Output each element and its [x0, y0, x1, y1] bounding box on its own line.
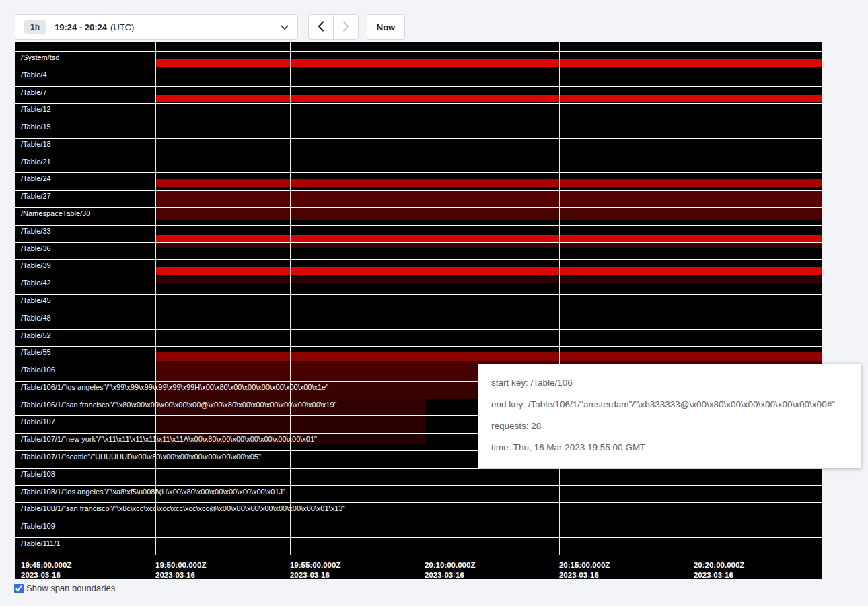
range-start-key-label: /Table/107/1/"new york"/"\x11\x11\x11\x1… [21, 435, 317, 443]
heat-band [155, 95, 822, 102]
heatmap-row[interactable]: /Table/45 [15, 294, 822, 312]
heatmap-row[interactable]: /Table/42 [15, 277, 822, 294]
heatmap-rows: /System/tsd/Table/4/Table/7/Table/12/Tab… [15, 51, 822, 556]
heat-band [155, 59, 822, 66]
range-start-key-label: /Table/48 [21, 314, 51, 322]
range-start-key-label: /Table/108/1/"san francisco"/"\x8c\xcc\x… [21, 504, 345, 512]
heat-band [155, 416, 427, 433]
bucket-tooltip: start key: /Table/106end key: /Table/106… [478, 364, 861, 468]
range-start-key-label: /Table/24 [21, 174, 51, 182]
heat-band [155, 191, 822, 207]
heatmap-row[interactable]: /Table/27 [15, 190, 822, 207]
time-axis-tick: 19:50:00.000Z2023-03-16 [155, 560, 206, 580]
range-start-key-label: /Table/45 [21, 296, 51, 304]
range-start-key-label: /Table/106/1/"los angeles"/"\x99\x99\x99… [21, 383, 328, 391]
time-axis-tick: 20:10:00.000Z2023-03-16 [425, 560, 475, 580]
heatmap-row[interactable]: /Table/52 [15, 329, 822, 347]
time-axis-tick: 20:20:00.000Z2023-03-16 [694, 560, 744, 580]
heat-band [155, 208, 822, 220]
range-start-key-label: /System/tsd [21, 53, 59, 61]
range-start-key-label: /Table/21 [21, 158, 51, 166]
heatmap-row[interactable]: /Table/109 [15, 520, 822, 537]
range-start-key-label: /Table/4 [21, 71, 47, 79]
range-start-key-label: /Table/52 [21, 331, 51, 339]
heatmap-row[interactable]: /Table/4 [15, 69, 822, 86]
heatmap-row[interactable]: /Table/39 [15, 259, 822, 277]
range-start-key-label: /Table/27 [21, 192, 51, 200]
heatmap-row[interactable]: /Table/15 [15, 121, 822, 138]
range-start-key-label: /Table/108/1/"los angeles"/"\xa8\xf5\u00… [21, 487, 285, 496]
time-nav-group [308, 14, 359, 40]
heat-band [155, 267, 822, 274]
time-range-text: 19:24 - 20:24 [55, 22, 107, 32]
heatmap-row[interactable]: /Table/108 [15, 468, 822, 485]
range-start-key-label: /Table/107/1/"seattle"/"UUUUUUD\x00\x80\… [21, 452, 261, 461]
time-range-selector[interactable]: 1h 19:24 - 20:24 (UTC) [15, 14, 298, 40]
time-gridline [155, 42, 156, 555]
now-button[interactable]: Now [367, 14, 405, 40]
heat-band [155, 352, 822, 360]
time-gridline [559, 42, 560, 555]
range-start-key-label: /Table/7 [21, 88, 47, 96]
heatmap-row[interactable]: /Table/24 [15, 172, 822, 190]
range-start-key-label: /NamespaceTable/30 [21, 209, 90, 217]
range-start-key-label: /Table/18 [21, 140, 51, 148]
tooltip-line: start key: /Table/106 [491, 378, 848, 388]
next-interval-button[interactable] [333, 14, 359, 40]
chevron-right-icon [342, 21, 349, 34]
range-start-key-label: /Table/36 [21, 244, 51, 252]
time-axis: 19:45:00.000Z2023-03-1619:50:00.000Z2023… [15, 560, 822, 582]
range-start-key-label: /Table/108 [21, 470, 55, 478]
range-start-key-label: /Table/33 [21, 227, 51, 235]
heatmap-row[interactable]: /Table/7 [15, 86, 822, 104]
heatmap-row[interactable]: /Table/111/1 [15, 537, 822, 555]
show-span-boundaries-label: Show span boundaries [26, 583, 115, 593]
chevron-left-icon [318, 21, 324, 34]
heat-band [155, 277, 822, 282]
time-gridline [425, 42, 425, 555]
time-axis-tick: 19:55:00.000Z2023-03-16 [290, 560, 340, 580]
heatmap-row[interactable]: /Table/108/1/"los angeles"/"\xa8\xf5\u00… [15, 485, 822, 503]
heatmap-row[interactable]: /Table/12 [15, 103, 822, 121]
heat-band [155, 235, 822, 242]
range-start-key-label: /Table/15 [21, 123, 51, 131]
range-start-key-label: /Table/109 [21, 522, 55, 530]
heatmap-row[interactable]: /Table/48 [15, 312, 822, 329]
previous-interval-button[interactable] [308, 14, 334, 40]
range-start-key-label: /Table/12 [21, 105, 51, 113]
range-start-key-label: /Table/107 [21, 417, 55, 426]
key-visualizer-heatmap[interactable]: /System/tsd/Table/4/Table/7/Table/12/Tab… [15, 42, 822, 579]
heatmap-row[interactable]: /Table/21 [15, 156, 822, 173]
range-start-key-label: /Table/55 [21, 348, 51, 356]
time-axis-tick: 19:45:00.000Z2023-03-16 [21, 560, 71, 580]
time-range-badge: 1h [24, 20, 46, 34]
show-span-boundaries-checkbox[interactable] [14, 584, 24, 593]
heatmap-row[interactable]: /Table/36 [15, 242, 822, 260]
heatmap-row[interactable]: /Table/18 [15, 138, 822, 156]
tooltip-line: end key: /Table/106/1/"amsterdam"/"\xb33… [491, 399, 848, 409]
heatmap-row[interactable]: /Table/33 [15, 225, 822, 242]
heatmap-row[interactable]: /NamespaceTable/30 [15, 207, 822, 225]
time-gridline [694, 42, 694, 555]
range-start-key-label: /Table/39 [21, 261, 51, 269]
tooltip-line: time: Thu, 16 Mar 2023 19:55:00 GMT [491, 442, 848, 452]
time-range-timezone: (UTC) [110, 22, 134, 32]
range-start-key-label: /Table/106 [21, 366, 55, 374]
tooltip-line: requests: 28 [491, 421, 848, 431]
heatmap-row[interactable]: /Table/55 [15, 346, 822, 364]
time-axis-tick: 20:15:00.000Z2023-03-16 [559, 560, 610, 580]
heat-band [155, 179, 822, 187]
footer-controls: Show span boundaries [14, 583, 115, 593]
heatmap-top-line [15, 44, 822, 44]
heat-band [155, 243, 822, 248]
range-start-key-label: /Table/42 [21, 279, 51, 287]
heatmap-row[interactable]: /System/tsd [15, 51, 822, 69]
time-gridline [290, 42, 291, 555]
range-start-key-label: /Table/111/1 [21, 539, 60, 547]
chevron-down-icon [281, 21, 289, 33]
heatmap-row[interactable]: /Table/108/1/"san francisco"/"\x8c\xcc\x… [15, 502, 822, 520]
